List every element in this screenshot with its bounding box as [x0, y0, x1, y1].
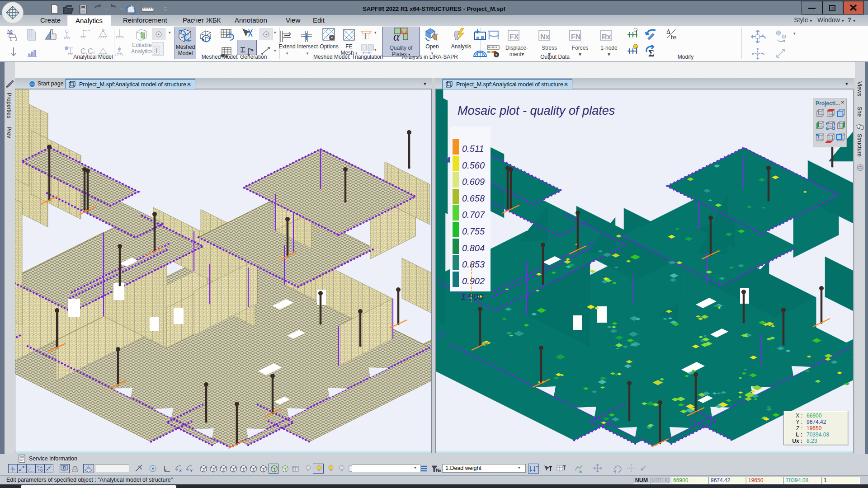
- svg-text:Nx: Nx: [540, 33, 550, 41]
- svg-text:Y: Y: [190, 469, 193, 473]
- svg-text:№: №: [7, 28, 13, 34]
- svg-text:X: X: [179, 469, 182, 473]
- svg-text:Δ: Δ: [666, 28, 670, 35]
- svg-text:hs: hs: [671, 34, 676, 41]
- svg-text:Σ: Σ: [648, 48, 654, 58]
- svg-text:α: α: [393, 30, 400, 43]
- svg-text:C,C₂: C,C₂: [80, 47, 95, 55]
- svg-text:FX: FX: [509, 33, 519, 41]
- svg-text:Rx: Rx: [602, 33, 611, 41]
- svg-text:FN: FN: [571, 33, 580, 41]
- svg-text:№: №: [436, 468, 441, 473]
